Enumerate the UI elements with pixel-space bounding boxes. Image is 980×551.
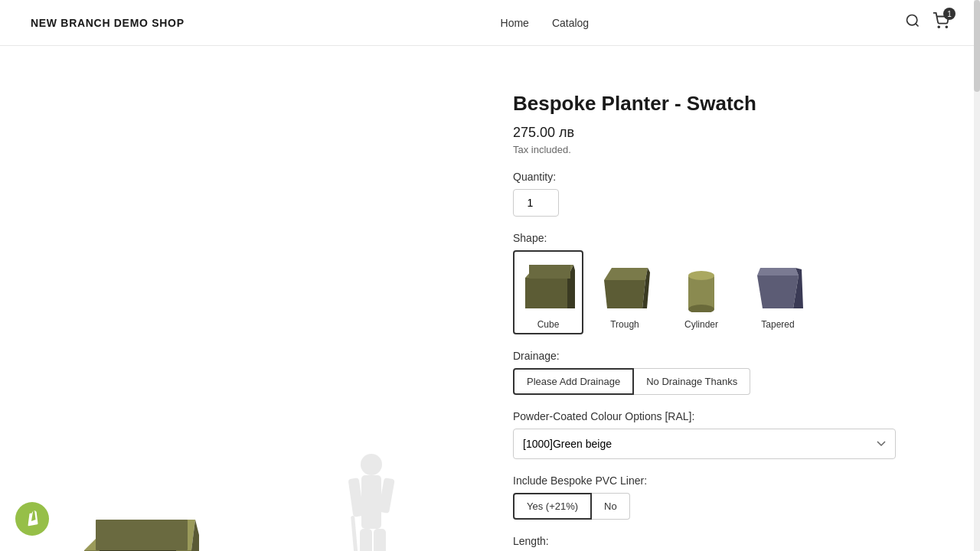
length-section: Length: [513, 535, 949, 551]
svg-rect-10 [361, 475, 381, 529]
svg-rect-16 [374, 529, 386, 551]
drainage-no-button[interactable]: No Drainage Thanks [634, 368, 750, 395]
scrollbar-thumb [974, 0, 980, 92]
drainage-options: Please Add Drainage No Drainage Thanks [513, 368, 949, 395]
liner-label: Include Bespoke PVC Liner: [513, 474, 949, 487]
svg-marker-24 [604, 268, 648, 280]
drainage-section: Drainage: Please Add Drainage No Drainag… [513, 350, 949, 395]
shape-tapered-label: Tapered [761, 319, 794, 330]
shape-cylinder[interactable]: Cylinder [666, 250, 737, 334]
shape-trough-label: Trough [610, 319, 639, 330]
shape-section: Shape: Cube [513, 232, 949, 334]
shape-cube[interactable]: Cube [513, 250, 583, 334]
main-content: Bespoke Planter - Swatch 275.00 лв Tax i… [0, 46, 980, 551]
svg-point-0 [906, 15, 916, 25]
svg-point-2 [938, 26, 939, 28]
main-nav: Home Catalog [501, 17, 590, 29]
product-title: Bespoke Planter - Swatch [513, 92, 949, 116]
svg-point-27 [688, 271, 714, 280]
liner-options: Yes (+21%) No [513, 493, 949, 520]
svg-point-9 [361, 454, 382, 475]
shape-label: Shape: [513, 232, 949, 244]
cart-button[interactable]: 1 [933, 12, 949, 33]
product-image-area [31, 77, 467, 551]
shape-cylinder-label: Cylinder [684, 319, 718, 330]
svg-marker-19 [525, 278, 567, 308]
shape-trough-image [594, 255, 655, 316]
tax-info: Tax included. [513, 144, 949, 155]
shape-trough[interactable]: Trough [590, 250, 660, 334]
svg-line-1 [916, 24, 919, 27]
nav-home[interactable]: Home [501, 17, 529, 29]
svg-rect-13 [351, 516, 361, 551]
cart-count: 1 [943, 8, 956, 20]
svg-marker-23 [604, 280, 645, 308]
quantity-label: Quantity: [513, 171, 949, 183]
scrollbar[interactable] [974, 0, 980, 551]
liner-section: Include Bespoke PVC Liner: Yes (+21%) No [513, 474, 949, 520]
colour-label: Powder-Coated Colour Options [RAL]: [513, 410, 949, 422]
header: NEW BRANCH DEMO SHOP Home Catalog 1 [0, 0, 980, 46]
svg-rect-8 [96, 520, 188, 550]
scale-silhouette [337, 451, 406, 551]
site-logo: NEW BRANCH DEMO SHOP [31, 17, 185, 29]
shape-options: Cube Trough [513, 250, 949, 334]
liner-no-button[interactable]: No [592, 493, 630, 520]
shape-tapered[interactable]: Tapered [743, 250, 813, 334]
length-label: Length: [513, 535, 949, 547]
svg-marker-29 [757, 276, 799, 308]
svg-rect-26 [688, 276, 714, 309]
shape-cylinder-image [671, 255, 732, 316]
shopify-badge[interactable] [15, 502, 49, 536]
drainage-label: Drainage: [513, 350, 949, 362]
product-price: 275.00 лв [513, 125, 949, 141]
svg-rect-15 [360, 529, 372, 551]
header-icons: 1 [905, 12, 949, 33]
drainage-add-button[interactable]: Please Add Drainage [513, 368, 634, 395]
product-details: Bespoke Planter - Swatch 275.00 лв Tax i… [513, 77, 949, 551]
svg-point-3 [946, 26, 947, 28]
quantity-input[interactable] [513, 189, 559, 217]
svg-rect-22 [529, 265, 570, 279]
search-icon [905, 13, 920, 28]
shopify-icon [22, 509, 42, 529]
colour-section: Powder-Coated Colour Options [RAL]: [100… [513, 410, 949, 459]
shape-cube-label: Cube [537, 319, 560, 330]
planter-image [77, 512, 199, 551]
nav-catalog[interactable]: Catalog [552, 17, 589, 29]
colour-select[interactable]: [1000]Green beige [1001]Beige [1002]Sand… [513, 429, 896, 459]
shape-cube-image [518, 255, 579, 316]
liner-yes-button[interactable]: Yes (+21%) [513, 493, 592, 520]
svg-marker-30 [757, 268, 799, 276]
search-button[interactable] [905, 13, 920, 32]
shape-tapered-image [747, 255, 808, 316]
